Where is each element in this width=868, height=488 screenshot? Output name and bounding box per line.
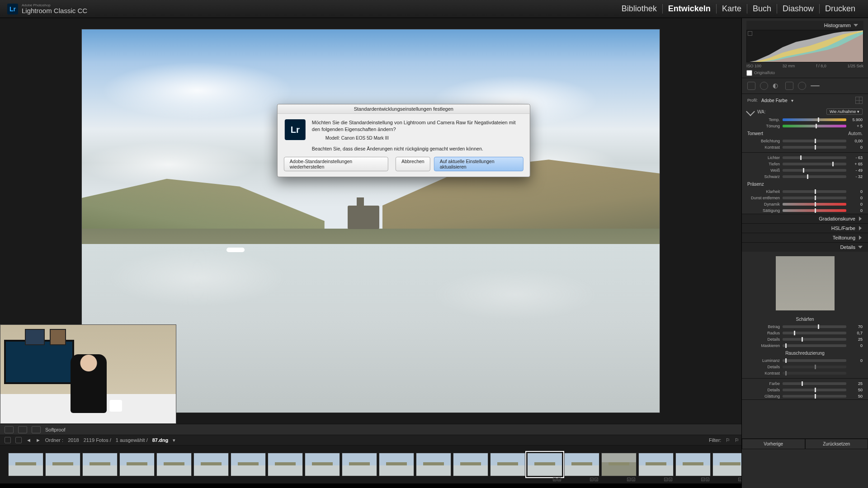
default-settings-dialog: Standardentwicklungseinstellungen festle… (277, 104, 530, 177)
dialog-question: Möchten Sie die Standardeinstellung von … (312, 119, 523, 133)
dialog-model-value: Canon EOS 5D Mark III (341, 136, 389, 141)
confirm-button[interactable]: Auf aktuelle Einstellungen aktualisieren (434, 157, 524, 171)
dialog-model-label: Modell: (326, 136, 340, 141)
restore-defaults-button[interactable]: Adobe-Standardeinstellungen wiederherste… (284, 157, 388, 171)
dialog-warning: Beachten Sie, dass diese Änderungen nich… (278, 143, 530, 157)
dialog-app-icon: Lr (285, 119, 306, 140)
dialog-title: Standardentwicklungseinstellungen festle… (278, 104, 530, 114)
cancel-button[interactable]: Abbrechen (396, 157, 430, 171)
